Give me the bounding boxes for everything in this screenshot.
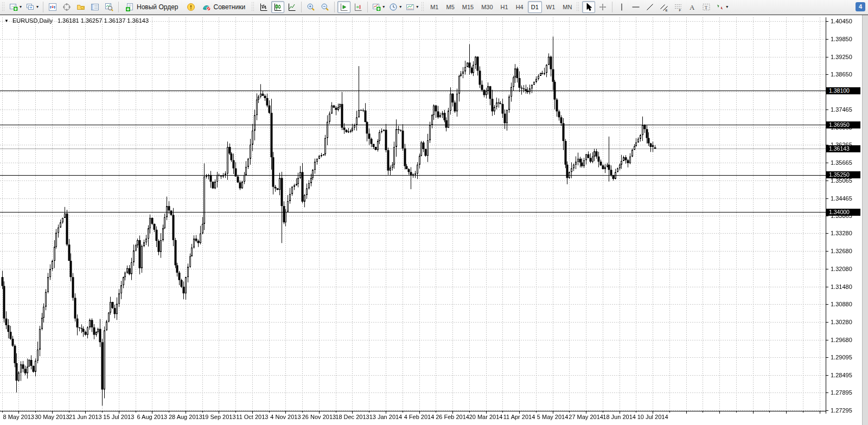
dropdown-caret-icon: ▾ xyxy=(726,5,728,9)
price-axis-label: 1.37465 xyxy=(831,106,852,113)
timeframe-m30-button[interactable]: M30 xyxy=(478,1,496,13)
crosshair-button[interactable] xyxy=(596,1,609,13)
arrows-button[interactable]: ▾ xyxy=(714,1,730,13)
channel-icon: E xyxy=(660,3,668,11)
chart-line-button[interactable] xyxy=(285,1,298,13)
hline-price-badge: 1.35250 xyxy=(826,171,860,178)
toolbar-separator xyxy=(301,2,302,12)
text-icon: A xyxy=(688,3,697,11)
fibo-icon: F xyxy=(674,3,682,11)
svg-text:F: F xyxy=(679,9,681,11)
price-axis-label: 1.33280 xyxy=(831,230,852,236)
fibonacci-button[interactable]: F xyxy=(672,1,685,13)
cursor-icon xyxy=(584,3,593,11)
market-watch-button[interactable] xyxy=(46,1,59,13)
timeframe-label: M15 xyxy=(462,4,474,10)
timeframe-label: H4 xyxy=(516,4,524,10)
hline-price-badge: 1.38100 xyxy=(826,87,860,94)
navigator-button[interactable] xyxy=(74,1,87,13)
new-order-button[interactable]: Новый Ордер xyxy=(122,1,183,13)
price-axis-label: 1.40450 xyxy=(831,18,852,24)
one-click-trading-toggle-icon[interactable]: ▼ xyxy=(4,18,9,23)
price-axis-label: 1.29095 xyxy=(831,354,852,360)
templates-button[interactable]: ▾ xyxy=(404,1,420,13)
price-axis-label: 1.28495 xyxy=(831,372,852,378)
hline-icon xyxy=(631,3,640,11)
timeframe-w1-button[interactable]: W1 xyxy=(543,1,559,13)
timeframe-label: D1 xyxy=(531,4,539,10)
chart-ohlc-values: 1.36181 1.36257 1.36137 1.36143 xyxy=(58,17,149,24)
timeframe-m1-button[interactable]: M1 xyxy=(427,1,442,13)
data-window-icon xyxy=(62,3,71,11)
timeframe-h1-button[interactable]: H1 xyxy=(497,1,512,13)
market-watch-icon xyxy=(48,3,57,11)
experts-icon xyxy=(202,3,211,11)
svg-text:T: T xyxy=(705,5,708,10)
time-axis-label: 15 Jul 2013 xyxy=(103,414,134,420)
tester-icon xyxy=(105,3,113,11)
price-axis-label: 1.30880 xyxy=(831,301,852,307)
dropdown-caret-icon: ▾ xyxy=(416,5,418,9)
text-label-button[interactable]: T xyxy=(700,1,713,13)
time-axis-label: 20 Mar 2014 xyxy=(469,414,503,420)
timeframe-m5-button[interactable]: M5 xyxy=(443,1,457,13)
indicators-button[interactable]: ▾ xyxy=(371,1,386,13)
profiles-button[interactable]: ▾ xyxy=(24,1,40,13)
terminal-button[interactable] xyxy=(88,1,101,13)
hline-price-badge: 1.36950 xyxy=(826,121,860,128)
price-axis-label: 1.38650 xyxy=(831,71,852,78)
timeframe-d1-button[interactable]: D1 xyxy=(528,1,542,13)
new-chart-icon xyxy=(9,3,18,11)
vertical-line-button[interactable] xyxy=(615,1,628,13)
periods-icon xyxy=(389,3,398,11)
zoom-out-button[interactable] xyxy=(318,1,331,13)
vline-icon xyxy=(617,3,626,11)
timeframe-mn-button[interactable]: MN xyxy=(559,1,575,13)
horizontal-line-button[interactable] xyxy=(629,1,642,13)
toolbar-grip xyxy=(422,2,424,12)
zoom-in-button[interactable] xyxy=(304,1,317,13)
chart-shift-button[interactable] xyxy=(352,1,365,13)
text-button[interactable]: A xyxy=(686,1,699,13)
timeframe-label: H1 xyxy=(501,4,508,10)
periods-button[interactable]: ▾ xyxy=(387,1,403,13)
time-axis-label: 21 Jun 2013 xyxy=(69,414,102,420)
dropdown-caret-icon: ▾ xyxy=(36,5,39,9)
new-chart-button[interactable]: ▾ xyxy=(8,1,23,13)
textlabel-icon: T xyxy=(702,3,711,11)
price-axis-label: 1.29680 xyxy=(831,337,852,343)
timeframe-label: W1 xyxy=(546,4,556,10)
timeframe-h4-button[interactable]: H4 xyxy=(513,1,527,13)
chart-candles-button[interactable] xyxy=(271,1,284,13)
autoscroll-icon xyxy=(340,3,348,11)
expert-advisors-button[interactable]: Советники xyxy=(199,1,251,13)
data-window-button[interactable] xyxy=(60,1,73,13)
dropdown-caret-icon: ▾ xyxy=(399,5,401,9)
arrows-icon xyxy=(716,3,724,11)
timeframe-label: M5 xyxy=(446,4,454,10)
svg-text:A: A xyxy=(690,3,695,11)
timeframe-label: M1 xyxy=(430,4,438,10)
auto-scroll-button[interactable] xyxy=(337,1,350,13)
alerts-button[interactable] xyxy=(184,1,197,13)
chart-window: ▼EURUSD,Daily1.36181 1.36257 1.36137 1.3… xyxy=(0,15,868,425)
price-axis-label: 1.32680 xyxy=(831,248,852,254)
timeframe-m15-button[interactable]: M15 xyxy=(459,1,477,13)
time-axis-label: 4 Feb 2014 xyxy=(404,414,435,420)
chart-candles-icon xyxy=(273,3,282,11)
price-axis-label: 1.39850 xyxy=(831,36,852,42)
strategy-tester-button[interactable] xyxy=(103,1,116,13)
current-price-badge: 1.36143 xyxy=(826,145,860,152)
cursor-button[interactable] xyxy=(582,1,595,13)
time-axis-label: 11 Apr 2014 xyxy=(503,414,535,420)
notifications-badge[interactable]: 4 xyxy=(856,2,865,11)
price-axis-label: 1.31480 xyxy=(831,284,852,290)
equidistant-channel-button[interactable]: E xyxy=(658,1,671,13)
chart-bars-button[interactable] xyxy=(257,1,270,13)
time-axis-label: 18 Jun 2014 xyxy=(603,414,636,420)
trend-line-button[interactable] xyxy=(643,1,656,13)
price-axis-label: 1.34465 xyxy=(831,195,852,202)
navigator-icon xyxy=(76,3,85,11)
toolbar-separator xyxy=(118,2,119,12)
price-chart-canvas[interactable] xyxy=(0,15,868,425)
